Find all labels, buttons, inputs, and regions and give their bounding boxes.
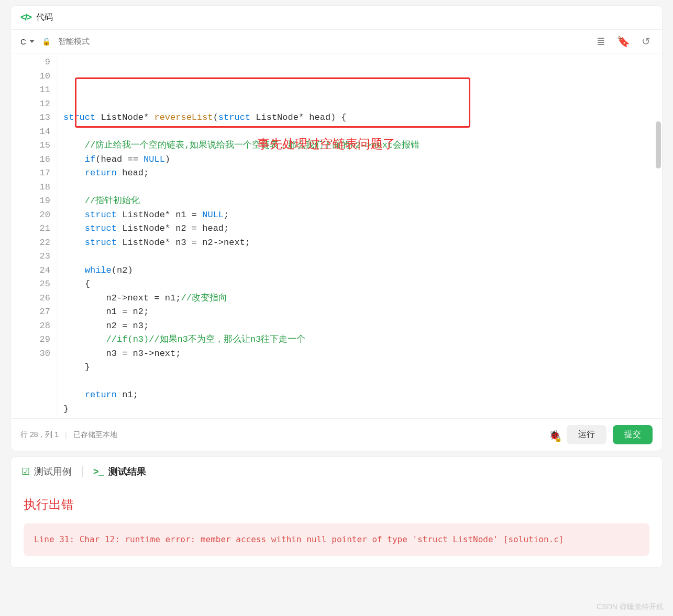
code-line[interactable]: return head;: [63, 166, 662, 181]
code-line[interactable]: }: [63, 361, 662, 375]
format-icon[interactable]: ≣: [594, 35, 608, 48]
editor-toolbar: C 🔒 智能模式 ≣ 🔖 ↺: [11, 30, 662, 53]
error-message: Line 31: Char 12: runtime error: member …: [24, 523, 649, 556]
language-label: C: [20, 37, 26, 46]
code-line[interactable]: n3 = n3->next;: [63, 347, 662, 361]
status-separator: |: [65, 431, 67, 439]
run-button[interactable]: 运行: [567, 425, 606, 444]
chevron-down-icon: [29, 40, 35, 43]
editor-wrap: 9101112131415161718192021222324252627282…: [11, 53, 662, 418]
line-number: 10: [11, 70, 50, 84]
line-number: 30: [11, 347, 50, 361]
code-line[interactable]: n2 = n3;: [63, 319, 662, 333]
reset-icon[interactable]: ↺: [639, 35, 653, 48]
line-number: 23: [11, 250, 50, 264]
code-line[interactable]: while(n2): [63, 264, 662, 278]
line-number: 26: [11, 292, 50, 306]
line-gutter: 9101112131415161718192021222324252627282…: [11, 55, 58, 416]
tab-testcase-label: 测试用例: [34, 465, 72, 478]
code-icon: </>: [20, 12, 31, 23]
save-status: 已存储至本地: [73, 430, 117, 440]
line-number: 11: [11, 83, 50, 97]
tab-divider: [82, 466, 83, 477]
tab-result-label: 测试结果: [108, 465, 146, 478]
status-bar: 行 28，列 1 | 已存储至本地 🐞🔒 运行 提交: [11, 418, 662, 451]
code-line[interactable]: struct ListNode* n1 = NULL;: [63, 208, 662, 222]
code-line[interactable]: if(head == NULL): [63, 153, 662, 167]
bookmark-icon[interactable]: 🔖: [615, 35, 632, 48]
code-line[interactable]: [63, 181, 662, 195]
code-line[interactable]: n2->next = n1;//改变指向: [63, 292, 662, 306]
panel-title: 代码: [36, 12, 53, 23]
debug-icon[interactable]: 🐞🔒: [549, 429, 560, 441]
line-number: 21: [11, 222, 50, 236]
lock-icon: 🔒: [42, 37, 51, 46]
line-number: 18: [11, 181, 50, 195]
code-line[interactable]: n1 = n2;: [63, 305, 662, 319]
line-number: 24: [11, 264, 50, 278]
annotation-text: 事先处理过空链表问题了: [257, 137, 395, 151]
code-line[interactable]: struct ListNode* reverseList(struct List…: [63, 111, 662, 125]
line-number: 27: [11, 305, 50, 319]
cursor-position: 行 28，列 1: [20, 430, 59, 440]
code-line[interactable]: [63, 250, 662, 264]
line-number: 29: [11, 333, 50, 347]
code-panel: </> 代码 C 🔒 智能模式 ≣ 🔖 ↺ 910111213141516171…: [10, 5, 663, 451]
error-heading: 执行出错: [11, 487, 662, 518]
check-square-icon: ☑: [21, 466, 30, 477]
code-line[interactable]: struct ListNode* n2 = head;: [63, 222, 662, 236]
line-number: 13: [11, 111, 50, 125]
line-number: 15: [11, 139, 50, 153]
tab-testcase[interactable]: ☑ 测试用例: [21, 465, 72, 478]
line-number: 28: [11, 319, 50, 333]
line-number: 9: [11, 55, 50, 70]
code-line[interactable]: return n1;: [63, 388, 662, 402]
line-number: 19: [11, 194, 50, 208]
terminal-icon: >_: [93, 466, 104, 477]
language-selector[interactable]: C: [20, 37, 35, 46]
code-line[interactable]: }: [63, 402, 662, 417]
scrollbar-thumb[interactable]: [656, 121, 661, 169]
line-number: 16: [11, 153, 50, 167]
panel-header: </> 代码: [11, 6, 662, 30]
code-line[interactable]: //指针初始化: [63, 194, 662, 208]
results-tabs: ☑ 测试用例 >_ 测试结果: [11, 457, 662, 487]
tab-result[interactable]: >_ 测试结果: [93, 465, 146, 478]
results-panel: ☑ 测试用例 >_ 测试结果 执行出错 Line 31: Char 12: ru…: [10, 456, 663, 568]
submit-button[interactable]: 提交: [613, 425, 653, 444]
line-number: 12: [11, 97, 50, 111]
mode-label: 智能模式: [58, 37, 90, 47]
code-line[interactable]: [63, 375, 662, 389]
line-number: 20: [11, 208, 50, 222]
code-line[interactable]: //if(n3)//如果n3不为空，那么让n3往下走一个: [63, 333, 662, 347]
line-number: 14: [11, 125, 50, 139]
code-area[interactable]: 事先处理过空链表问题了 struct ListNode* reverseList…: [58, 55, 662, 416]
code-editor[interactable]: 9101112131415161718192021222324252627282…: [11, 53, 662, 418]
code-line[interactable]: {: [63, 277, 662, 292]
line-number: 17: [11, 166, 50, 181]
line-number: 25: [11, 277, 50, 292]
code-line[interactable]: struct ListNode* n3 = n2->next;: [63, 236, 662, 250]
line-number: 22: [11, 236, 50, 250]
